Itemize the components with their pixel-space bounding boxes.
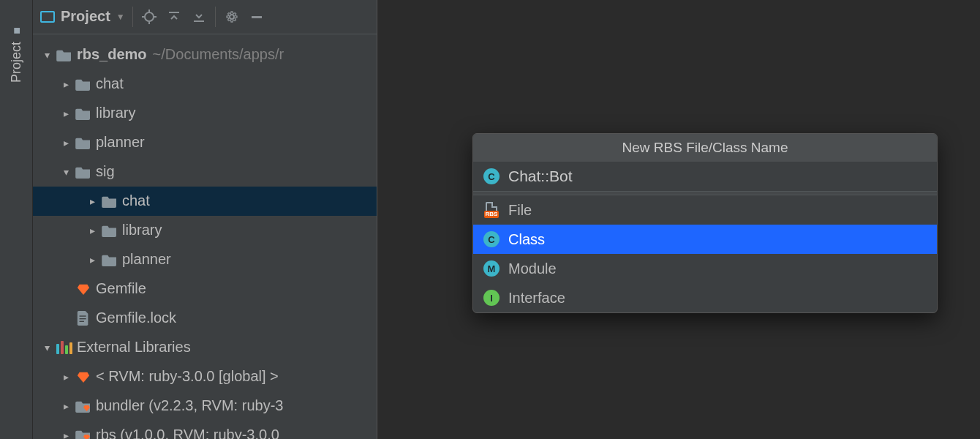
tree-node-label: library xyxy=(93,105,135,121)
tree-node-label: Gemfile.lock xyxy=(93,309,176,326)
chevron-down-icon[interactable]: ▾ xyxy=(58,166,74,178)
folder-icon: ■ xyxy=(10,25,23,38)
tree-node-label: External Libraries xyxy=(74,339,191,356)
popup-option-label: File xyxy=(508,202,532,219)
popup-option-label: Class xyxy=(508,231,545,248)
popup-option-class[interactable]: C Class xyxy=(473,225,937,254)
chevron-down-icon[interactable]: ▾ xyxy=(39,49,55,61)
hide-icon[interactable] xyxy=(248,8,265,26)
ruby-icon xyxy=(74,282,93,296)
project-tree[interactable]: ▾ rbs_demo ~/Documents/apps/r ▸ chat ▸ l… xyxy=(33,34,377,439)
tree-node-folder[interactable]: ▸ planner xyxy=(33,128,377,157)
tree-node-label: rbs (v1.0.0, RVM: ruby-3.0.0 xyxy=(93,427,279,439)
ruby-icon xyxy=(74,370,93,383)
tree-node-label: Gemfile xyxy=(93,280,146,297)
tree-node-folder-sig[interactable]: ▾ sig xyxy=(33,157,377,187)
tree-node-gem[interactable]: ▸ rbs (v1.0.0, RVM: ruby-3.0.0 xyxy=(33,421,377,439)
file-icon xyxy=(74,311,93,326)
svg-rect-7 xyxy=(252,16,262,18)
class-icon: C xyxy=(483,168,500,184)
popup-title: New RBS File/Class Name xyxy=(473,134,937,162)
chevron-down-icon: ▼ xyxy=(116,12,125,22)
divider xyxy=(215,7,216,27)
tree-node-external-libraries[interactable]: ▾ External Libraries xyxy=(33,333,377,362)
divider xyxy=(132,7,133,27)
tree-node-folder[interactable]: ▸ planner xyxy=(33,245,377,274)
folder-icon xyxy=(74,136,93,149)
panel-header: Project ▼ xyxy=(33,0,377,34)
tree-node-label: planner xyxy=(93,134,145,151)
chevron-right-icon[interactable]: ▸ xyxy=(58,429,74,439)
folder-icon xyxy=(100,224,119,237)
tree-node-root[interactable]: ▾ rbs_demo ~/Documents/apps/r xyxy=(33,40,377,70)
popup-option-module[interactable]: M Module xyxy=(473,254,937,283)
tree-node-folder[interactable]: ▸ library xyxy=(33,99,377,128)
chevron-right-icon[interactable]: ▸ xyxy=(84,254,100,266)
svg-rect-9 xyxy=(80,315,86,316)
module-icon: M xyxy=(483,260,500,277)
popup-option-label: Module xyxy=(508,260,557,277)
folder-icon xyxy=(74,107,93,120)
tree-node-label: rbs_demo xyxy=(74,46,147,63)
tree-node-file-gemfile-lock[interactable]: ▸ Gemfile.lock xyxy=(33,304,377,333)
tree-node-folder[interactable]: ▸ library xyxy=(33,216,377,245)
new-rbs-popup: New RBS File/Class Name C RBS File C Cla… xyxy=(472,133,938,313)
tool-window-tab-project[interactable]: Project ■ xyxy=(9,20,24,87)
class-icon: C xyxy=(483,231,500,247)
folder-icon xyxy=(74,78,93,91)
editor-area: New RBS File/Class Name C RBS File C Cla… xyxy=(377,0,980,439)
tool-window-tab-label: Project xyxy=(9,42,24,83)
folder-icon xyxy=(100,195,119,208)
tree-node-label: < RVM: ruby-3.0.0 [global] > xyxy=(93,368,279,385)
chevron-right-icon[interactable]: ▸ xyxy=(58,371,74,383)
tree-node-file-gemfile[interactable]: ▸ Gemfile xyxy=(33,274,377,304)
expand-all-icon[interactable] xyxy=(165,8,183,26)
tree-node-label: sig xyxy=(93,163,115,180)
collapse-all-icon[interactable] xyxy=(190,8,208,26)
folder-icon xyxy=(100,253,119,266)
tree-node-folder[interactable]: ▸ chat xyxy=(33,187,377,216)
tree-node-label: planner xyxy=(119,251,171,268)
popup-name-input[interactable] xyxy=(508,168,927,185)
chevron-right-icon[interactable]: ▸ xyxy=(58,78,74,90)
svg-marker-8 xyxy=(78,284,89,294)
tree-node-folder[interactable]: ▸ chat xyxy=(33,70,377,99)
svg-rect-10 xyxy=(80,318,86,319)
chevron-right-icon[interactable]: ▸ xyxy=(84,195,100,207)
tree-node-label: library xyxy=(119,222,162,239)
tree-node-label: bundler (v2.2.3, RVM: ruby-3 xyxy=(93,397,283,414)
interface-icon: I xyxy=(483,290,500,306)
gem-folder-icon xyxy=(74,429,93,439)
svg-rect-11 xyxy=(80,320,84,321)
svg-marker-12 xyxy=(78,372,89,382)
gem-folder-icon xyxy=(74,399,93,413)
tree-node-gem[interactable]: ▸ bundler (v2.2.3, RVM: ruby-3 xyxy=(33,391,377,421)
chevron-right-icon[interactable]: ▸ xyxy=(58,108,74,119)
popup-option-file[interactable]: RBS File xyxy=(473,195,937,225)
tree-node-path: ~/Documents/apps/r xyxy=(147,46,284,63)
tree-node-sdk[interactable]: ▸ < RVM: ruby-3.0.0 [global] > xyxy=(33,362,377,391)
popup-option-interface[interactable]: I Interface xyxy=(473,283,937,312)
project-panel: Project ▼ ▾ rbs_demo ~/Docume xyxy=(33,0,377,439)
folder-icon xyxy=(55,48,74,61)
tree-node-label: chat xyxy=(93,75,124,92)
folder-icon xyxy=(74,165,93,179)
locate-icon[interactable] xyxy=(140,8,158,26)
panel-title-group[interactable]: Project ▼ xyxy=(40,8,125,25)
project-view-icon xyxy=(40,11,55,23)
library-icon xyxy=(55,341,74,354)
svg-point-0 xyxy=(145,12,154,21)
rbs-file-icon: RBS xyxy=(483,202,500,218)
gear-icon[interactable] xyxy=(223,8,241,26)
tool-window-stripe: Project ■ xyxy=(0,0,33,439)
popup-input-row: C xyxy=(473,162,937,191)
popup-option-label: Interface xyxy=(508,290,565,307)
chevron-right-icon[interactable]: ▸ xyxy=(58,400,74,412)
chevron-right-icon[interactable]: ▸ xyxy=(84,225,100,236)
panel-title-label: Project xyxy=(61,8,110,25)
chevron-down-icon[interactable]: ▾ xyxy=(39,342,55,353)
chevron-right-icon[interactable]: ▸ xyxy=(58,137,74,149)
tree-node-label: chat xyxy=(119,192,150,209)
